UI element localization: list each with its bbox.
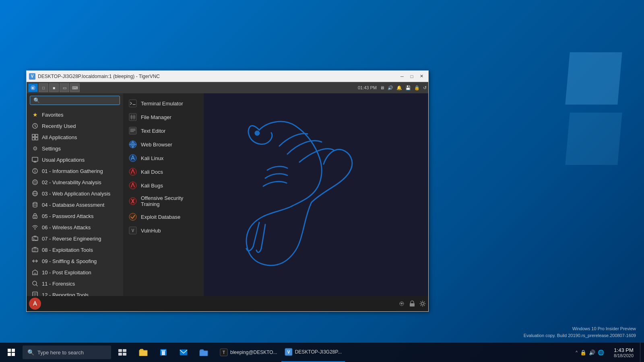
database-icon — [31, 201, 39, 208]
system-tray: ^ 🔒 🔊 🌐 1:43 PM 8/18/2020 — [572, 343, 642, 362]
settings-icon: ⚙ — [31, 145, 39, 152]
vnc-titlebar: V DESKTOP-JI3G28P.localdomain:1 (bleepin… — [27, 71, 428, 82]
vulnhub-label: VulnHub — [141, 228, 161, 234]
menu-item-usual-applications[interactable]: Usual Applications — [27, 154, 123, 165]
menu-item-04[interactable]: 04 - Database Assessment — [27, 199, 123, 210]
svg-point-12 — [33, 180, 37, 185]
menu-item-settings[interactable]: ⚙ Settings — [27, 143, 123, 154]
taskbar-folder-icon[interactable] — [194, 343, 213, 362]
menu-item-10[interactable]: 10 - Post Exploitation — [27, 267, 123, 278]
menu-item-12[interactable]: 12 - Reporting Tools — [27, 289, 123, 296]
menu-item-03[interactable]: 03 - Web Application Analysis — [27, 188, 123, 199]
usual-apps-icon — [31, 156, 39, 163]
fav-exploit-database[interactable]: Exploit Database — [123, 210, 204, 224]
kali-tray-settings[interactable] — [419, 300, 426, 307]
vnc-tool-btn-4[interactable]: ⌨ — [70, 83, 80, 92]
12-label: 12 - Reporting Tools — [42, 292, 89, 296]
menu-item-recently-used[interactable]: Recently Used — [27, 120, 123, 132]
vnc-tool-btn-1[interactable]: □ — [39, 83, 48, 92]
exploit-tools-icon — [31, 246, 39, 253]
vnc-icon: V — [29, 73, 35, 80]
svg-point-13 — [34, 181, 36, 183]
taskbar-search[interactable]: 🔍 Type here to search — [23, 346, 111, 359]
svg-rect-47 — [118, 353, 122, 356]
fav-kali-linux[interactable]: Kali Linux — [123, 151, 204, 165]
taskbar-app-vnc[interactable]: V DESKTOP-JI3G28P... — [281, 343, 345, 362]
offensive-security-icon — [129, 197, 137, 205]
reverse-eng-icon — [31, 235, 39, 242]
taskbar-explorer-icon[interactable] — [134, 343, 153, 362]
vnc-disk-icon: 💾 — [405, 85, 411, 90]
show-desktop-button[interactable] — [640, 343, 642, 362]
usual-applications-label: Usual Applications — [42, 157, 85, 163]
svg-rect-43 — [8, 353, 11, 356]
tray-security-icon[interactable]: 🔒 — [580, 350, 586, 356]
tray-speaker-icon[interactable]: 🔊 — [589, 350, 595, 356]
menu-item-all-applications[interactable]: All Applications — [27, 132, 123, 143]
watermark-line1: Windows 10 Pro Insider Preview — [524, 325, 636, 332]
bleeping-app-label: bleeping@DESKTO... — [230, 350, 277, 355]
taskbar-store-icon[interactable] — [154, 343, 173, 362]
svg-rect-42 — [12, 349, 15, 352]
taskbar-running-apps: T bleeping@DESKTO... V DESKTOP-JI3G28P..… — [217, 343, 345, 362]
vulnhub-icon: V — [129, 226, 137, 234]
wireless-icon — [31, 224, 39, 231]
vnc-monitor-icon: 🖥 — [380, 85, 384, 90]
task-view-button[interactable] — [113, 343, 132, 362]
kali-docs-label: Kali Docs — [141, 169, 163, 175]
10-label: 10 - Post Exploitation — [42, 269, 91, 276]
menu-item-01[interactable]: 01 - Information Gathering — [27, 165, 123, 177]
info-gathering-icon — [31, 167, 39, 175]
fav-file-manager[interactable]: File Manager — [123, 110, 204, 124]
kali-bugs-icon — [129, 181, 137, 189]
watermark-line2: Evaluation copy. Build 20190.rs_prerelea… — [524, 332, 636, 339]
taskbar-mail-icon[interactable] — [174, 343, 193, 362]
fav-kali-docs[interactable]: Kali Docs — [123, 165, 204, 179]
fav-vulnhub[interactable]: V VulnHub — [123, 224, 204, 237]
text-editor-label: Text Editor — [141, 128, 165, 134]
svg-rect-48 — [123, 353, 126, 356]
vnc-tool-kali-icon[interactable]: K — [28, 83, 38, 92]
menu-item-02[interactable]: 02 - Vulnerability Analysis — [27, 177, 123, 188]
all-applications-label: All Applications — [42, 134, 77, 140]
app-search-bar[interactable]: 🔍 — [30, 96, 120, 105]
menu-item-11[interactable]: 11 - Forensics — [27, 278, 123, 289]
menu-item-06[interactable]: 06 - Wireless Attacks — [27, 222, 123, 233]
svg-point-33 — [129, 213, 136, 220]
tray-network-icon[interactable]: 🌐 — [598, 350, 604, 356]
fav-terminal[interactable]: Terminal Emulator — [123, 97, 204, 110]
fav-offensive-security[interactable]: Offensive Security Training — [123, 192, 204, 210]
kali-menu-button[interactable] — [29, 298, 41, 310]
kali-tray-network[interactable] — [398, 300, 405, 307]
vnc-window: V DESKTOP-JI3G28P.localdomain:1 (bleepin… — [26, 70, 429, 312]
kali-tray — [398, 300, 426, 307]
menu-item-07[interactable]: 07 - Reverse Engineering — [27, 233, 123, 244]
menu-item-05[interactable]: 05 - Password Attacks — [27, 210, 123, 222]
fav-web-browser[interactable]: Web Browser — [123, 138, 204, 151]
vnc-tool-btn-2[interactable]: ■ — [49, 83, 59, 92]
07-label: 07 - Reverse Engineering — [42, 236, 101, 242]
taskbar-search-icon: 🔍 — [27, 349, 34, 356]
tray-expand-icon[interactable]: ^ — [576, 350, 578, 355]
windows-taskbar: 🔍 Type here to search — [0, 343, 644, 362]
fav-text-editor[interactable]: Text Editor — [123, 124, 204, 138]
system-clock[interactable]: 1:43 PM 8/18/2020 — [609, 343, 638, 362]
password-icon — [31, 212, 39, 220]
menu-item-09[interactable]: 09 - Sniffing & Spoofing — [27, 255, 123, 267]
menu-item-08[interactable]: 08 - Exploitation Tools — [27, 244, 123, 255]
vnc-maximize-button[interactable]: □ — [407, 73, 416, 80]
vnc-tool-btn-3[interactable]: ▭ — [60, 83, 69, 92]
start-button[interactable] — [2, 343, 21, 362]
taskbar-app-bleeping[interactable]: T bleeping@DESKTO... — [217, 343, 281, 362]
app-search-input[interactable] — [42, 97, 116, 103]
fav-kali-bugs[interactable]: Kali Bugs — [123, 179, 204, 192]
02-label: 02 - Vulnerability Analysis — [42, 179, 101, 185]
vnc-close-button[interactable]: ✕ — [417, 73, 426, 80]
menu-item-favorites[interactable]: ★ Favorites — [27, 109, 123, 120]
vnc-toolbar-right: 01:43 PM 🖥 🔊 🔔 💾 🔒 ↺ — [358, 85, 427, 90]
tray-icons[interactable]: ^ 🔒 🔊 🌐 — [572, 350, 607, 356]
vnc-app-label: DESKTOP-JI3G28P... — [295, 349, 342, 355]
vnc-minimize-button[interactable]: ─ — [398, 73, 407, 80]
kali-tray-lock[interactable] — [409, 300, 415, 307]
post-exploit-icon — [31, 269, 39, 276]
